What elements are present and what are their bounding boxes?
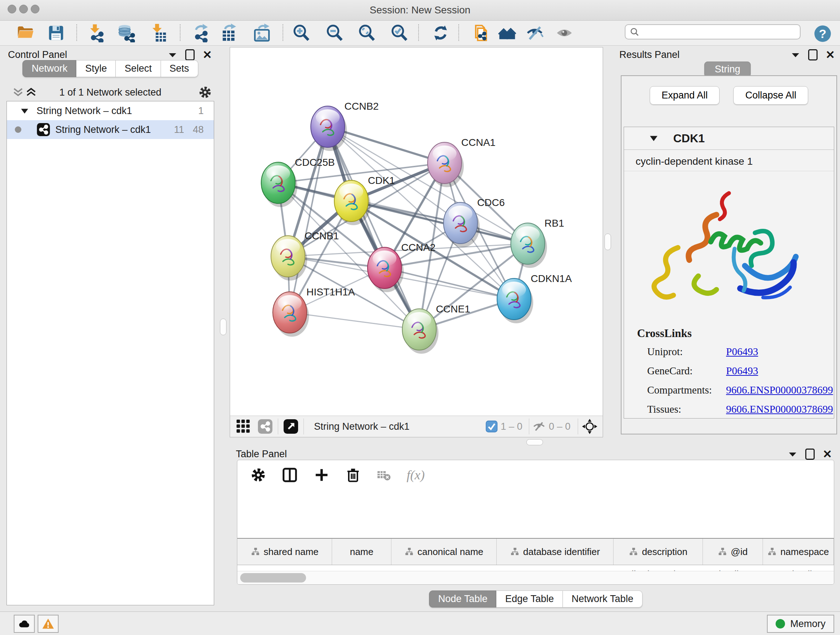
hide-selected-icon[interactable]	[525, 24, 544, 42]
node-label: CDK1	[368, 175, 395, 186]
network-canvas[interactable]: CCNB2CCNA1CDC25BCDK1CDC6RB1CCNB1CCNA2CDK…	[230, 48, 603, 416]
memory-button[interactable]: Memory	[767, 615, 834, 633]
import-network-icon[interactable]	[87, 24, 105, 42]
selected-nodes-checkbox-icon[interactable]	[485, 420, 498, 432]
tab-style[interactable]: Style	[76, 60, 116, 77]
left-splitter-handle[interactable]	[220, 318, 226, 335]
zoom-in-icon[interactable]	[292, 24, 311, 42]
export-image-icon[interactable]	[253, 24, 271, 42]
warnings-button[interactable]	[38, 615, 58, 633]
node-label: CCNB2	[344, 101, 379, 112]
crosslink-link[interactable]: 9606.ENSP00000378699	[726, 403, 833, 415]
grid-view-icon[interactable]	[236, 419, 251, 434]
cloud-status-button[interactable]	[14, 615, 35, 633]
tab-edge-table[interactable]: Edge Table	[496, 591, 563, 608]
node-label: CCNB1	[305, 230, 339, 241]
network-node-cdk1[interactable]	[334, 180, 370, 225]
gene-section-header[interactable]: CDK1	[624, 127, 834, 150]
network-node-cdkn1a[interactable]	[497, 279, 533, 323]
crosslink-link[interactable]: P06493	[726, 346, 758, 358]
network-row[interactable]: String Network – cdk1 11 48	[7, 120, 214, 139]
close-panel-icon[interactable]: ✕	[823, 450, 832, 459]
float-panel-icon[interactable]	[808, 49, 818, 60]
zoom-out-icon[interactable]	[325, 24, 344, 42]
network-node-cdc25b[interactable]	[261, 162, 297, 207]
crosslink-row: Tissues:9606.ENSP00000378699	[637, 403, 834, 415]
node-label: RB1	[545, 218, 564, 229]
network-options-gear-icon[interactable]	[198, 86, 212, 99]
refresh-icon[interactable]	[431, 24, 450, 42]
tab-select[interactable]: Select	[116, 60, 161, 77]
zoom-fit-icon[interactable]	[357, 24, 376, 42]
tab-node-table[interactable]: Node Table	[429, 591, 496, 608]
clone-network-icon[interactable]	[471, 24, 490, 42]
export-table-icon[interactable]	[219, 24, 238, 42]
column-header-name[interactable]: name	[332, 539, 392, 565]
float-panel-icon[interactable]	[805, 448, 815, 460]
column-header--id[interactable]: @id	[703, 539, 763, 565]
title-bar: Session: New Session	[0, 0, 840, 21]
network-collection-row[interactable]: String Network – cdk1 1	[7, 101, 214, 120]
toolbar-separator	[578, 418, 578, 434]
tab-network[interactable]: Network	[22, 60, 76, 77]
tab-network-table[interactable]: Network Table	[563, 591, 643, 608]
search-input[interactable]	[640, 25, 800, 38]
network-node-ccnb2[interactable]	[311, 106, 347, 151]
fit-content-crosshair-icon[interactable]	[582, 418, 598, 434]
open-session-icon[interactable]	[16, 24, 35, 42]
float-panel-icon[interactable]	[185, 49, 195, 60]
current-network-title: String Network – cdk1	[314, 421, 409, 432]
toolbar-separator	[303, 418, 304, 434]
collapse-section-icon[interactable]	[649, 135, 658, 141]
show-columns-icon[interactable]	[281, 467, 298, 483]
node-label: CCNE1	[436, 303, 470, 315]
expand-all-button[interactable]: Expand All	[650, 86, 720, 105]
tab-sets[interactable]: Sets	[161, 60, 198, 77]
network-node-hist1h1a[interactable]	[273, 292, 309, 337]
tab-string[interactable]: String	[704, 62, 751, 77]
gene-details-card: CDK1 cyclin-dependent kinase 1	[624, 127, 834, 418]
show-all-icon[interactable]	[555, 24, 574, 42]
panel-menu-icon[interactable]	[168, 52, 177, 58]
panel-menu-icon[interactable]	[791, 52, 800, 58]
network-node-ccne1[interactable]	[402, 309, 439, 354]
network-badge-icon[interactable]	[257, 419, 273, 434]
right-splitter-handle[interactable]	[605, 233, 611, 250]
column-header-shared-name[interactable]: shared name	[237, 539, 332, 565]
column-header-namespace[interactable]: namespace	[763, 539, 834, 565]
close-panel-icon[interactable]: ✕	[826, 50, 835, 59]
crosslink-link[interactable]: 9606.ENSP00000378699	[726, 384, 833, 396]
network-view-toolbar: String Network – cdk1 1 – 0 0 – 0	[230, 416, 603, 437]
first-neighbors-icon[interactable]	[498, 24, 516, 42]
gene-description: cyclin-dependent kinase 1	[624, 150, 834, 171]
table-options-gear-icon[interactable]	[250, 467, 266, 483]
selected-count: 1 – 0	[501, 421, 523, 432]
bottom-splitter-handle[interactable]	[526, 439, 543, 445]
import-table-icon[interactable]	[149, 24, 167, 42]
panel-menu-icon[interactable]	[788, 451, 797, 457]
create-column-icon[interactable]	[313, 467, 330, 483]
collapse-all-button[interactable]: Collapse All	[733, 86, 808, 105]
horizontal-scrollbar[interactable]	[237, 571, 834, 584]
column-header-description[interactable]: description	[614, 539, 703, 565]
import-database-icon[interactable]	[116, 24, 135, 42]
network-node-ccna2[interactable]	[368, 247, 404, 292]
crosslinks-section: CrossLinks Uniprot:P06493GeneCard:P06493…	[624, 318, 834, 418]
export-network-icon[interactable]	[192, 24, 211, 42]
network-node-ccna1[interactable]	[428, 142, 464, 187]
crosslink-link[interactable]: P06493	[726, 365, 758, 377]
toolbar-separator	[418, 24, 419, 41]
column-header-database-identifier[interactable]: database identifier	[497, 539, 614, 565]
save-session-icon[interactable]	[47, 24, 65, 42]
column-header-canonical-name[interactable]: canonical name	[392, 539, 497, 565]
delete-column-icon[interactable]	[345, 467, 361, 483]
close-panel-icon[interactable]: ✕	[202, 50, 212, 59]
network-node-rb1[interactable]	[511, 223, 547, 268]
scrollbar-thumb[interactable]	[240, 573, 306, 583]
birds-eye-view-icon[interactable]	[283, 419, 298, 434]
toolbar-separator	[283, 24, 283, 41]
network-node-cdc6[interactable]	[444, 203, 480, 247]
zoom-selected-icon[interactable]	[390, 24, 409, 42]
help-icon[interactable]: ?	[813, 24, 832, 43]
application-window: Session: New Session	[0, 0, 840, 635]
